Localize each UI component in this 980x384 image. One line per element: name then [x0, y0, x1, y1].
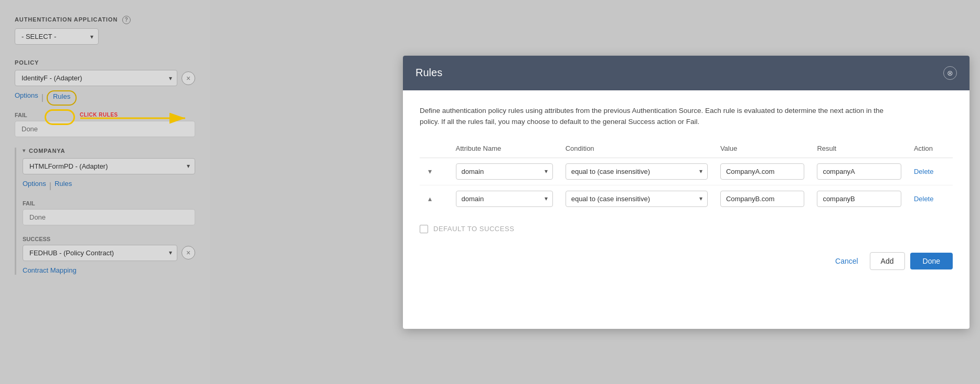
- attribute-select-2[interactable]: domain: [456, 191, 553, 207]
- col-attribute-name: Attribute Name: [450, 140, 559, 158]
- condition-cell-1: equal to (case insensitive) ▾: [559, 158, 714, 185]
- action-cell-1: Delete: [908, 158, 953, 185]
- action-cell-2: Delete: [908, 185, 953, 212]
- col-sort: [420, 140, 450, 158]
- modal-body: Define authentication policy rules using…: [403, 90, 970, 283]
- modal-close-button[interactable]: ⊗: [943, 66, 957, 80]
- close-icon: ⊗: [947, 69, 953, 77]
- attribute-select-wrapper-1: domain ▾: [456, 163, 553, 180]
- modal-footer: Cancel Add Done: [420, 248, 953, 270]
- attribute-select-wrapper-2: domain ▾: [456, 191, 553, 207]
- default-to-success-label: DEFAULT TO SUCCESS: [433, 225, 514, 233]
- condition-select-wrapper-1: equal to (case insensitive) ▾: [566, 163, 708, 180]
- done-button[interactable]: Done: [910, 253, 953, 269]
- delete-button-2[interactable]: Delete: [914, 195, 934, 203]
- table-row: ▴ domain ▾: [420, 185, 953, 212]
- value-input-1[interactable]: [720, 163, 805, 180]
- add-button[interactable]: Add: [870, 252, 905, 270]
- delete-button-1[interactable]: Delete: [914, 168, 934, 175]
- result-input-1[interactable]: [817, 163, 901, 180]
- value-cell-1: [714, 158, 811, 185]
- table-header-row: Attribute Name Condition Value Result Ac…: [420, 140, 953, 158]
- attribute-cell-1: domain ▾: [450, 158, 559, 185]
- cancel-button[interactable]: Cancel: [829, 253, 865, 269]
- condition-select-1[interactable]: equal to (case insensitive): [566, 163, 708, 180]
- attribute-cell-2: domain ▾: [450, 185, 559, 212]
- table-row: ▾ domain ▾: [420, 158, 953, 185]
- rules-table: Attribute Name Condition Value Result Ac…: [420, 140, 953, 212]
- sort-down-button-1[interactable]: ▾: [426, 165, 434, 178]
- sort-cell-1: ▾: [420, 158, 450, 185]
- col-action: Action: [908, 140, 953, 158]
- condition-select-2[interactable]: equal to (case insensitive): [566, 191, 708, 207]
- col-value: Value: [714, 140, 811, 158]
- rules-modal: Rules ⊗ Define authentication policy rul…: [403, 56, 970, 329]
- sort-up-button-2[interactable]: ▴: [426, 192, 434, 205]
- default-to-success-checkbox[interactable]: [420, 225, 428, 233]
- modal-title: Rules: [416, 67, 442, 79]
- condition-select-wrapper-2: equal to (case insensitive) ▾: [566, 191, 708, 207]
- result-input-2[interactable]: [817, 191, 901, 207]
- col-result: Result: [811, 140, 908, 158]
- value-input-2[interactable]: [720, 191, 805, 207]
- sort-cell-2: ▴: [420, 185, 450, 212]
- result-cell-1: [811, 158, 908, 185]
- value-cell-2: [714, 185, 811, 212]
- modal-header: Rules ⊗: [403, 56, 970, 90]
- default-to-success-row: DEFAULT TO SUCCESS: [420, 223, 953, 235]
- modal-description: Define authentication policy rules using…: [420, 105, 902, 128]
- attribute-select-1[interactable]: domain: [456, 163, 553, 180]
- col-condition: Condition: [559, 140, 714, 158]
- result-cell-2: [811, 185, 908, 212]
- condition-cell-2: equal to (case insensitive) ▾: [559, 185, 714, 212]
- modal-overlay: Rules ⊗ Define authentication policy rul…: [0, 0, 980, 384]
